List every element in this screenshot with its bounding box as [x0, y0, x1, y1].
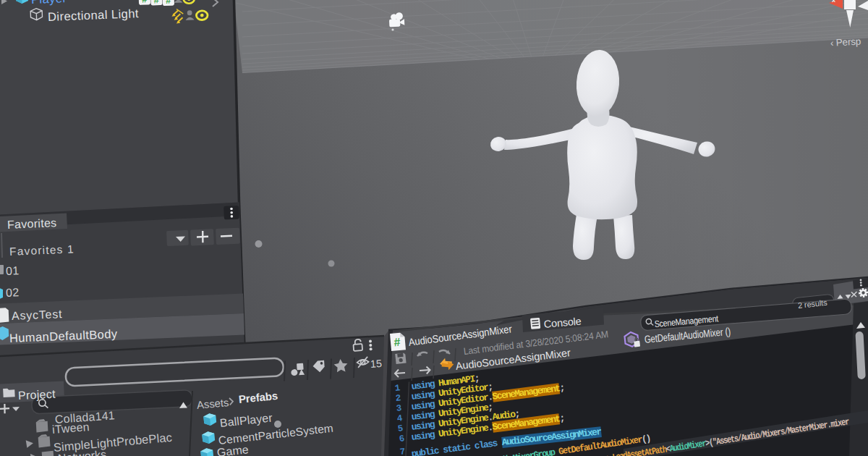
svg-text:#: #	[142, 0, 148, 5]
svg-text:#: #	[153, 0, 160, 5]
svg-text:#: #	[166, 0, 172, 6]
svg-text:#: #	[393, 336, 401, 349]
